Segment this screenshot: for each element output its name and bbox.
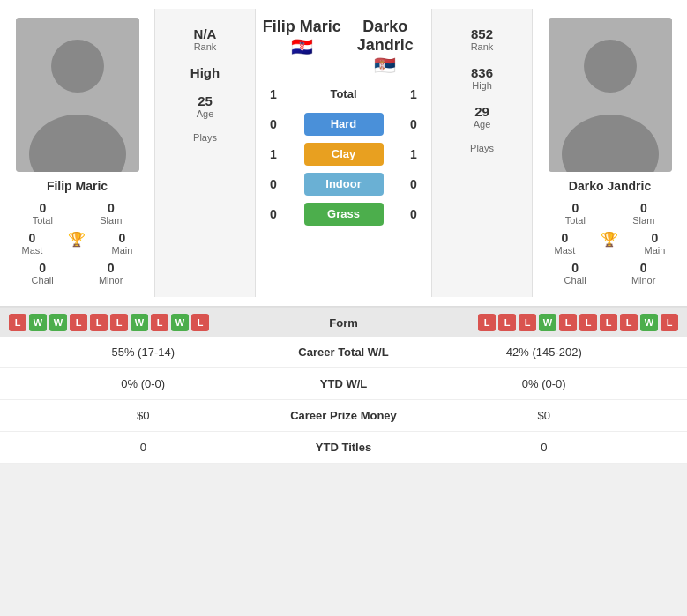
clay-left-score: 1: [260, 147, 287, 161]
clay-row: 1 Clay 1: [260, 143, 427, 166]
total-left-score: 1: [260, 87, 287, 101]
right-total-label: Total: [565, 215, 586, 226]
left-minor-value: 0: [108, 261, 115, 275]
stats-left-value: 0: [13, 441, 273, 454]
left-high-value: High: [190, 65, 220, 80]
right-age-value: 29: [474, 104, 491, 119]
hard-button[interactable]: Hard: [304, 113, 384, 136]
stats-left-value: 0% (0-0): [13, 377, 273, 390]
right-high-label: High: [471, 80, 493, 91]
left-high-box: High: [190, 65, 220, 80]
form-badge: W: [640, 314, 658, 331]
form-row: LWWLLLWLWL Form LLLWLLLLWL: [0, 308, 687, 337]
right-player-name-center: Darko Jandric: [344, 18, 428, 55]
left-age-box: 25 Age: [197, 93, 214, 119]
right-player-avatar: [549, 18, 672, 172]
right-slam-value: 0: [640, 201, 647, 215]
form-badge: L: [110, 314, 128, 331]
right-plays-box: Plays: [470, 143, 494, 153]
center-match-panel: Filip Maric 🇭🇷 Darko Jandric 🇷🇸 1 Total …: [256, 9, 431, 297]
stats-center-label: Career Total W/L: [273, 345, 414, 359]
form-badge: W: [131, 314, 148, 331]
right-minor-value: 0: [640, 261, 647, 275]
indoor-left-score: 0: [260, 177, 287, 191]
grass-right-score: 0: [400, 207, 427, 221]
right-high-value: 836: [471, 65, 493, 80]
left-minor-label: Minor: [99, 275, 123, 286]
form-label: Form: [329, 316, 358, 330]
grass-left-score: 0: [260, 207, 287, 221]
left-slam-value: 0: [108, 201, 115, 215]
form-badge: L: [478, 314, 496, 331]
stats-left-value: 55% (17-14): [13, 345, 273, 359]
form-badge: L: [70, 314, 87, 331]
form-badge: L: [579, 314, 597, 331]
left-rank-box: N/A Rank: [194, 26, 217, 52]
right-age-box: 29 Age: [474, 104, 491, 130]
right-chall-value: 0: [571, 261, 579, 275]
left-mast-label: Mast: [22, 245, 43, 256]
grass-button[interactable]: Grass: [304, 203, 384, 226]
total-label: Total: [304, 83, 384, 106]
indoor-button[interactable]: Indoor: [304, 173, 384, 196]
right-mast-value: 0: [562, 231, 569, 245]
right-main-value: 0: [652, 231, 659, 245]
right-trophy-icon: 🏆: [601, 231, 618, 248]
hard-right-score: 0: [400, 117, 427, 131]
right-rank-value: 852: [471, 26, 494, 41]
right-rank-box: 852 Rank: [471, 26, 494, 52]
left-player-name-center: Filip Maric: [260, 18, 344, 36]
left-player-card: Filip Maric 0 Total 0 Slam 0 Mast 🏆: [0, 9, 154, 297]
stats-row: 0 YTD Titles 0: [0, 432, 687, 464]
form-badge: L: [620, 314, 638, 331]
left-player-name: Filip Maric: [47, 179, 108, 193]
player-comparison-header: Filip Maric 0 Total 0 Slam 0 Mast 🏆: [0, 0, 687, 307]
left-chall-value: 0: [39, 261, 46, 275]
left-player-flag: 🇭🇷: [260, 36, 344, 57]
left-mast-value: 0: [29, 231, 36, 245]
stats-right-value: 0: [414, 441, 675, 454]
right-rank-label: Rank: [471, 41, 494, 52]
left-chall-label: Chall: [32, 275, 54, 286]
right-player-flag: 🇷🇸: [344, 55, 428, 76]
left-total-value: 0: [39, 201, 46, 215]
left-middle-panel: N/A Rank High 25 Age Plays: [154, 9, 256, 297]
left-total-label: Total: [33, 215, 53, 226]
left-main-label: Main: [112, 245, 133, 256]
right-chall-label: Chall: [564, 275, 586, 286]
stats-right-value: 0% (0-0): [414, 377, 675, 390]
form-badge: L: [151, 314, 168, 331]
form-badge: L: [559, 314, 577, 331]
clay-button[interactable]: Clay: [304, 143, 384, 166]
left-rank-value: N/A: [194, 26, 217, 41]
stats-center-label: YTD W/L: [273, 377, 414, 390]
left-plays-label: Plays: [193, 132, 217, 143]
hard-row: 0 Hard 0: [260, 113, 427, 136]
form-badge: W: [171, 314, 189, 331]
svg-point-1: [51, 40, 104, 93]
stats-row: $0 Career Prize Money $0: [0, 400, 687, 432]
right-high-box: 836 High: [471, 65, 493, 91]
right-player-card: Darko Jandric 0 Total 0 Slam 0 Mast 🏆: [533, 9, 687, 297]
indoor-row: 0 Indoor 0: [260, 173, 427, 196]
left-age-label: Age: [197, 108, 214, 119]
right-age-label: Age: [474, 119, 491, 130]
indoor-right-score: 0: [400, 177, 427, 191]
stats-row: 55% (17-14) Career Total W/L 42% (145-20…: [0, 337, 687, 368]
left-main-value: 0: [119, 231, 126, 245]
form-badge: W: [49, 314, 67, 331]
form-badge: L: [90, 314, 108, 331]
right-minor-label: Minor: [631, 275, 656, 286]
stats-left-value: $0: [13, 409, 273, 422]
stats-row: 0% (0-0) YTD W/L 0% (0-0): [0, 368, 687, 400]
left-age-value: 25: [197, 93, 214, 108]
form-badge: L: [191, 314, 209, 331]
right-total-value: 0: [571, 201, 579, 215]
left-slam-label: Slam: [100, 215, 122, 226]
left-trophy-icon: 🏆: [68, 231, 86, 248]
stats-center-label: YTD Titles: [273, 441, 414, 454]
form-badge: W: [29, 314, 47, 331]
left-player-avatar: [16, 18, 139, 172]
stats-rows-container: 55% (17-14) Career Total W/L 42% (145-20…: [0, 337, 687, 464]
right-form-badges: LLLWLLLLWL: [478, 314, 678, 331]
